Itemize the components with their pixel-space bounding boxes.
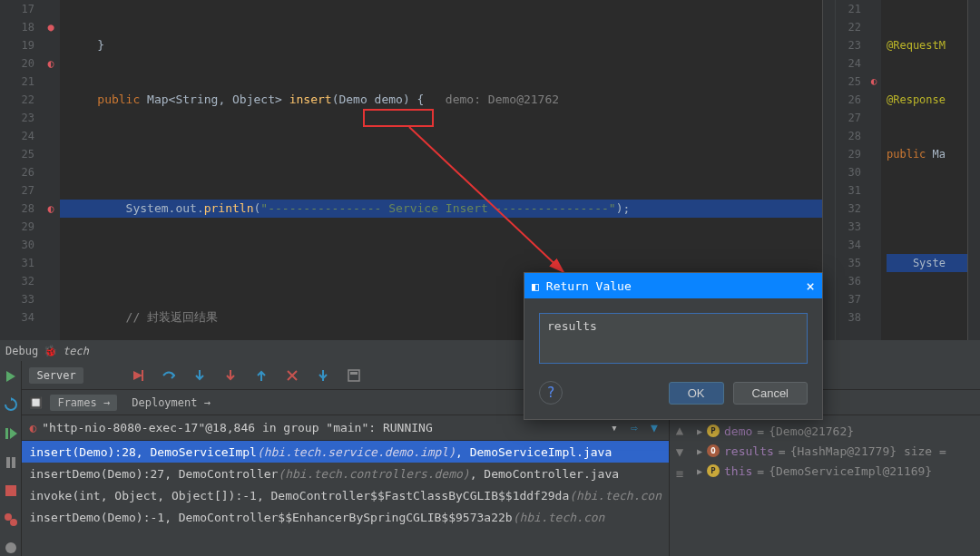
- line-number: 24: [0, 127, 34, 145]
- thread-dropdown-icon[interactable]: ▾: [607, 421, 622, 435]
- dialog-titlebar[interactable]: ◧ Return Value ×: [524, 273, 822, 298]
- debug-content: ◐ "http-nio-8080-exec-17"@18,846 in grou…: [22, 415, 980, 556]
- frames-list[interactable]: insert(Demo):28, DemoServiceImpl (hbi.te…: [22, 441, 669, 556]
- line-number: 23: [0, 109, 34, 127]
- line-number: 28: [0, 200, 34, 218]
- mute-breakpoints-icon[interactable]: [2, 540, 20, 556]
- cancel-button[interactable]: Cancel: [733, 382, 808, 405]
- close-icon[interactable]: ×: [806, 278, 815, 295]
- error-stripe[interactable]: [822, 0, 835, 340]
- refresh-icon[interactable]: [2, 397, 20, 414]
- editor-area: 17 18 19 20 21 22 23 24 25 26 27 28 29 3…: [0, 0, 980, 341]
- variable-row[interactable]: ▶ O results = {HashMap@21779} size =: [697, 441, 973, 461]
- expand-icon[interactable]: ▶: [697, 426, 702, 436]
- debug-panel: Server 🔲 Frames → Deployment → ◐ "htt: [0, 361, 980, 556]
- mini-error-stripe[interactable]: [967, 0, 980, 340]
- line-number: 19: [0, 36, 34, 54]
- svg-point-5: [5, 513, 12, 521]
- svg-rect-3: [12, 457, 15, 468]
- line-number: 18: [0, 18, 34, 36]
- view-breakpoints-icon[interactable]: [2, 512, 20, 528]
- mini-line-gutter: 2122 2324 2526 2728 2930 3132 3334 3536 …: [836, 0, 867, 340]
- variables-panel[interactable]: ▶ P demo = {Demo@21762} ▶ O results = {H…: [690, 415, 980, 556]
- split-editor: 2122 2324 2526 2728 2930 3132 3334 3536 …: [835, 0, 980, 340]
- line-number: 25: [0, 145, 34, 163]
- line-number: 21: [0, 73, 34, 91]
- line-number: 32: [0, 272, 34, 290]
- line-number: 20: [0, 54, 34, 73]
- line-gutter: 17 18 19 20 21 22 23 24 25 26 27 28 29 3…: [0, 0, 42, 340]
- ok-button[interactable]: OK: [669, 382, 724, 405]
- step-out-icon[interactable]: [254, 368, 269, 383]
- stop-icon[interactable]: [2, 483, 20, 499]
- evaluate-expression-icon[interactable]: [347, 368, 361, 383]
- expression-input[interactable]: [539, 313, 808, 364]
- debug-left-toolbar: [0, 361, 22, 556]
- svg-rect-8: [142, 370, 143, 381]
- dialog-app-icon: ◧: [532, 279, 539, 293]
- breakpoint-icon[interactable]: ◐: [42, 54, 60, 73]
- debug-label: Debug: [5, 345, 38, 357]
- frame-item[interactable]: insertDemo(Demo):27, DemoController (hbi…: [22, 463, 669, 484]
- force-step-into-icon[interactable]: [223, 368, 238, 383]
- frames-tab[interactable]: Frames →: [50, 395, 117, 411]
- frames-icon: 🔲: [29, 396, 43, 409]
- run-to-cursor-icon[interactable]: [316, 368, 330, 383]
- frame-item[interactable]: insert(Demo):28, DemoServiceImpl (hbi.te…: [22, 441, 669, 463]
- expand-icon[interactable]: ▶: [697, 446, 702, 456]
- line-number: 31: [0, 254, 34, 272]
- breakpoint-icon[interactable]: ●: [42, 18, 60, 36]
- dialog-title: Return Value: [546, 279, 632, 293]
- breakpoint-icon[interactable]: ◐: [42, 200, 60, 218]
- svg-rect-4: [5, 485, 16, 496]
- breakpoint-icon[interactable]: ◐: [867, 73, 881, 91]
- parameter-icon: P: [707, 424, 720, 437]
- show-execution-point-icon[interactable]: [131, 368, 145, 383]
- svg-rect-10: [348, 370, 359, 381]
- debug-session-name: tech: [63, 345, 89, 357]
- svg-rect-2: [6, 457, 10, 468]
- bug-icon: 🐞: [44, 345, 57, 357]
- thread-label: "http-nio-8080-exec-17"@18,846 in group …: [42, 421, 602, 434]
- thread-filter-icon[interactable]: ▼: [647, 421, 662, 435]
- deployment-tab[interactable]: Deployment →: [124, 395, 218, 411]
- debug-top-toolbar: Server: [22, 361, 980, 390]
- svg-point-6: [10, 519, 17, 526]
- thread-next-icon[interactable]: ⇨: [627, 421, 642, 435]
- resume-icon[interactable]: [2, 425, 20, 442]
- line-number: 26: [0, 163, 34, 181]
- thread-status-icon: ◐: [29, 421, 36, 434]
- drop-frame-icon[interactable]: [285, 368, 299, 383]
- pause-icon[interactable]: [2, 454, 20, 471]
- frame-down-icon[interactable]: ▼: [676, 444, 683, 459]
- step-over-icon[interactable]: [162, 368, 176, 383]
- line-number: 17: [0, 0, 34, 18]
- line-number: 30: [0, 236, 34, 254]
- svg-rect-1: [5, 428, 8, 439]
- frames-column: ◐ "http-nio-8080-exec-17"@18,846 in grou…: [22, 415, 670, 556]
- line-number: 29: [0, 218, 34, 236]
- server-tab[interactable]: Server: [29, 367, 83, 384]
- debug-tool-window-header[interactable]: Debug 🐞 tech: [0, 341, 980, 361]
- debug-body: Server 🔲 Frames → Deployment → ◐ "htt: [22, 361, 980, 556]
- variable-row[interactable]: ▶ P this = {DemoServiceImpl@21169}: [697, 461, 973, 481]
- frame-item[interactable]: invoke(int, Object, Object[]):-1, DemoCo…: [22, 484, 669, 506]
- highlight-box: [363, 109, 434, 127]
- return-value-dialog: ◧ Return Value × ? OK Cancel: [524, 272, 823, 420]
- debug-tabs-row: 🔲 Frames → Deployment →: [22, 390, 980, 415]
- variable-row[interactable]: ▶ P demo = {Demo@21762}: [697, 421, 973, 441]
- step-into-icon[interactable]: [192, 368, 207, 383]
- rerun-icon[interactable]: [2, 368, 20, 385]
- parameter-icon: P: [707, 464, 720, 477]
- breakpoint-gutter[interactable]: ● ◐ ◐: [42, 0, 60, 340]
- line-number: 22: [0, 91, 34, 109]
- frame-more-icon[interactable]: ≡: [676, 466, 683, 481]
- frame-item[interactable]: insertDemo(Demo):-1, DemoController$$Enh…: [22, 506, 669, 528]
- mini-code[interactable]: @RequestM @Response public Ma Syste Map<…: [881, 0, 967, 340]
- help-icon[interactable]: ?: [539, 381, 563, 405]
- frame-up-icon[interactable]: ▲: [676, 423, 683, 437]
- mini-breakpoint-gutter[interactable]: ◐: [867, 0, 881, 340]
- line-number: 27: [0, 181, 34, 200]
- line-number: 33: [0, 290, 34, 308]
- expand-icon[interactable]: ▶: [697, 466, 702, 476]
